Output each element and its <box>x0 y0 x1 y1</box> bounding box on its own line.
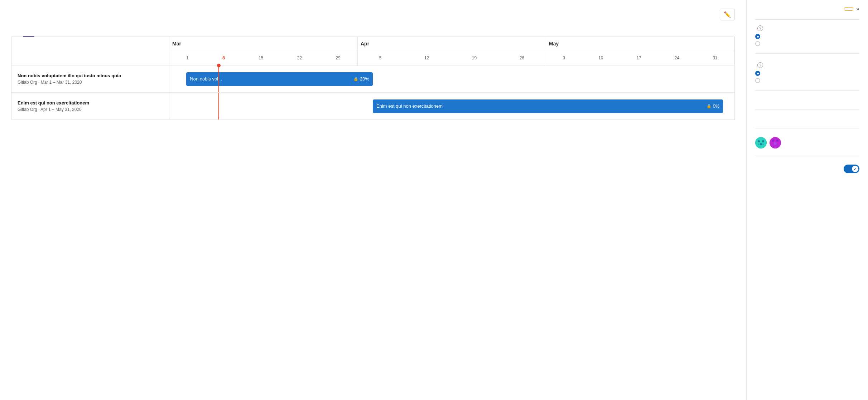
page-title-row: ✏️ <box>11 9 735 20</box>
row-sub-2: Gitlab Org · Apr 1 – May 31, 2020 <box>18 107 163 112</box>
row-title-1: Non nobis voluptatem illo qui iusto minu… <box>18 73 163 78</box>
notifications-toggle[interactable]: ✓ <box>844 165 859 173</box>
tab-epics-issues[interactable] <box>11 29 23 37</box>
edit-title-button[interactable]: ✏️ <box>720 9 735 20</box>
due-inherited-radio[interactable] <box>755 78 760 83</box>
svg-point-5 <box>762 143 764 145</box>
start-date-help-icon[interactable]: ? <box>757 25 763 31</box>
participants-section <box>755 137 859 156</box>
avatar-2 <box>770 137 781 148</box>
svg-point-4 <box>758 143 760 145</box>
expand-button[interactable]: » <box>856 6 859 12</box>
svg-rect-10 <box>772 145 774 147</box>
add-todo-button[interactable] <box>844 7 853 11</box>
timeline-header: MarAprMay181522295121926310172431 <box>169 37 734 65</box>
roadmap-left-col: Non nobis voluptatem illo qui iusto minu… <box>12 37 169 120</box>
roadmap-gantt-row-1: Non nobis vol...🔒 20% <box>169 65 734 93</box>
toggle-check-icon: ✓ <box>854 167 857 171</box>
svg-rect-0 <box>755 137 767 148</box>
due-date-section: ? <box>755 62 859 91</box>
roadmap-left-row-1: Non nobis voluptatem illo qui iusto minu… <box>12 65 169 93</box>
labels-section <box>755 99 859 109</box>
avatar-1 <box>755 137 767 148</box>
tab-roadmap[interactable] <box>23 29 34 37</box>
notifications-row: ✓ <box>755 165 859 173</box>
participants-row <box>755 137 859 148</box>
start-date-section: ? <box>755 25 859 54</box>
gantt-bar-1[interactable]: Non nobis vol...🔒 20% <box>186 72 373 86</box>
start-date-row: ? <box>755 25 859 31</box>
svg-point-9 <box>774 142 777 145</box>
svg-point-7 <box>772 140 774 142</box>
start-fixed-option <box>755 34 859 39</box>
roadmap-right-col: MarAprMay181522295121926310172431Non nob… <box>169 37 734 120</box>
notifications-section: ✓ <box>755 165 859 180</box>
row-sub-1: Gitlab Org · Mar 1 – Mar 31, 2020 <box>18 80 163 85</box>
svg-rect-11 <box>776 145 778 147</box>
roadmap-gantt-row-2: Enim est qui non exercitationem🔒 0% <box>169 93 734 120</box>
due-date-row: ? <box>755 62 859 68</box>
start-inherited-radio[interactable] <box>755 41 760 46</box>
start-inherited-option <box>755 41 859 46</box>
sidebar: » ? ? <box>746 0 868 400</box>
ancestors-section <box>755 118 859 128</box>
tabs <box>11 29 735 37</box>
today-line-1 <box>218 65 219 92</box>
main-content: ✏️ .roadmap-full { display: flex; border… <box>0 0 746 400</box>
roadmap-left-row-2: Enim est qui non exercitationemGitlab Or… <box>12 93 169 120</box>
row-title-2: Enim est qui non exercitationem <box>18 100 163 106</box>
start-date-options <box>755 34 859 46</box>
toggle-knob: ✓ <box>852 166 858 172</box>
due-date-help-icon[interactable]: ? <box>757 62 763 68</box>
start-fixed-radio[interactable] <box>755 34 760 39</box>
gantt-bar-2[interactable]: Enim est qui non exercitationem🔒 0% <box>373 99 723 113</box>
svg-point-2 <box>762 140 764 142</box>
due-fixed-option <box>755 71 859 76</box>
todo-section: » <box>755 6 859 20</box>
roadmap-full: Non nobis voluptatem illo qui iusto minu… <box>11 37 735 120</box>
svg-point-1 <box>758 140 760 142</box>
due-fixed-radio[interactable] <box>755 71 760 76</box>
svg-point-8 <box>776 140 778 142</box>
today-line-2 <box>218 93 219 119</box>
due-inherited-option <box>755 78 859 83</box>
due-date-options <box>755 71 859 83</box>
svg-point-3 <box>760 143 762 145</box>
